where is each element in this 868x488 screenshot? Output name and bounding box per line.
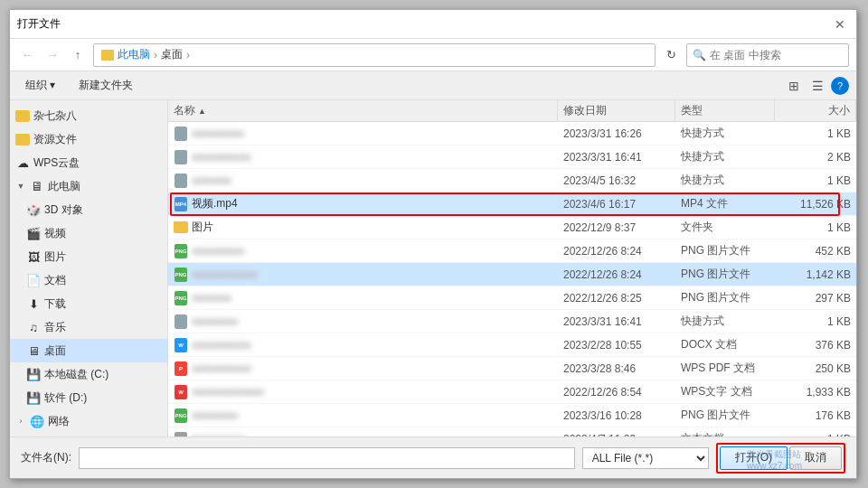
breadcrumb[interactable]: 此电脑 › 桌面 › xyxy=(93,43,656,67)
search-input[interactable] xyxy=(710,49,845,61)
file-size: 376 KB xyxy=(780,339,851,352)
file-type: PNG 图片文件 xyxy=(681,243,750,258)
file-date: 2022/12/26 8:24 xyxy=(563,268,642,281)
sidebar-item-ziyuanwenjian[interactable]: 资源文件 xyxy=(10,127,167,151)
help-icon[interactable]: ? xyxy=(831,77,849,95)
up-button[interactable]: ↑ xyxy=(68,45,88,65)
breadcrumb-sep2: › xyxy=(186,49,190,61)
table-row[interactable]: PNG ■■■■■■ 2022/12/26 8:25 PNG 图片文件 297 … xyxy=(168,286,856,310)
file-type: WPS PDF 文档 xyxy=(681,361,755,376)
table-row[interactable]: W ■■■■■■■■■■■ 2022/12/26 8:54 WPS文字 文档 1… xyxy=(168,380,856,404)
file-size: 1 KB xyxy=(780,174,851,187)
col-date-header[interactable]: 修改日期 xyxy=(558,100,675,121)
file-name-cell: MP4 视频.mp4 xyxy=(168,192,558,215)
shortcut-icon xyxy=(174,127,188,141)
table-row[interactable]: ■■■■■■■■■ 2023/3/31 16:41 快捷方式 2 KB xyxy=(168,145,856,169)
file-name: ■■■■■■ xyxy=(192,292,231,305)
table-row-image-folder[interactable]: 图片 2022/12/9 8:37 文件夹 1 KB xyxy=(168,216,856,239)
file-type-cell: PNG 图片文件 xyxy=(675,404,775,427)
view-list-icon[interactable]: ⊞ xyxy=(784,76,804,96)
open-file-dialog: 打开文件 ✕ ← → ↑ 此电脑 › 桌面 › ↻ 🔍 组织 ▾ 新建文件夹 ⊞… xyxy=(9,9,857,479)
sidebar-item-downloads[interactable]: ⬇ 下载 xyxy=(10,292,167,315)
file-size: 1,933 KB xyxy=(780,386,851,399)
file-type-cell: PNG 图片文件 xyxy=(675,239,775,262)
table-row[interactable]: PNG ■■■■■■■■ 2022/12/26 8:24 PNG 图片文件 45… xyxy=(168,239,856,263)
file-type: 文本文档 xyxy=(681,431,724,436)
file-date-cell: 2023/4/7 11:29 xyxy=(558,427,675,436)
file-type: PNG 图片文件 xyxy=(681,290,750,305)
file-date-cell: 2023/3/31 16:41 xyxy=(558,145,675,168)
file-name: 视频.mp4 xyxy=(192,196,238,211)
file-pane: 名称 ▲ 修改日期 类型 大小 ■■■■■ xyxy=(168,100,856,436)
table-row[interactable]: ■■■■■■■■ 2023/3/31 16:26 快捷方式 1 KB xyxy=(168,122,856,145)
breadcrumb-part1: 此电脑 xyxy=(118,47,150,62)
file-type-cell: 文件夹 xyxy=(675,216,775,239)
col-name-header[interactable]: 名称 ▲ xyxy=(168,100,558,121)
sidebar-label: 图片 xyxy=(44,249,66,265)
table-row[interactable]: ■■■■■■ 2023/4/5 16:32 快捷方式 1 KB xyxy=(168,169,856,192)
sidebar-item-c-drive[interactable]: 💾 本地磁盘 (C:) xyxy=(10,362,167,386)
file-date: 2022/12/9 8:37 xyxy=(563,221,636,234)
sidebar-item-images[interactable]: 🖼 图片 xyxy=(10,245,167,268)
png-icon: PNG xyxy=(174,244,188,258)
view-detail-icon[interactable]: ☰ xyxy=(807,76,827,96)
table-row[interactable]: ■■■■■■■ 2023/3/31 16:41 快捷方式 1 KB xyxy=(168,310,856,333)
sidebar-item-3d[interactable]: 🎲 3D 对象 xyxy=(10,198,167,221)
sidebar-item-this-pc[interactable]: ▼ 🖥 此电脑 xyxy=(10,174,167,198)
new-folder-button[interactable]: 新建文件夹 xyxy=(71,75,141,97)
file-name-cell: 图片 xyxy=(168,216,558,239)
filename-input[interactable] xyxy=(79,447,575,469)
filetype-select[interactable]: ALL File (*.*) xyxy=(582,447,709,469)
sidebar-item-video[interactable]: 🎬 视频 xyxy=(10,221,167,245)
file-date-cell: 2022/12/9 8:37 xyxy=(558,216,675,239)
table-row[interactable]: PNG ■■■■■■■■■■ 2022/12/26 8:24 PNG 图片文件 … xyxy=(168,263,856,286)
title-bar: 打开文件 ✕ xyxy=(10,10,856,39)
shortcut-icon xyxy=(174,174,188,188)
table-row[interactable]: W ■■■■■■■■■ 2023/2/28 10:55 DOCX 文档 376 … xyxy=(168,333,856,357)
file-size-cell: 11,526 KB xyxy=(775,192,856,215)
sidebar-item-desktop[interactable]: 🖥 桌面 xyxy=(10,339,167,362)
cancel-button[interactable]: 取消 xyxy=(789,446,842,470)
sidebar-item-music[interactable]: ♫ 音乐 xyxy=(10,315,167,339)
file-type-cell: 文本文档 xyxy=(675,427,775,436)
file-date-cell: 2023/3/31 16:26 xyxy=(558,122,675,145)
sidebar-item-wps-cloud[interactable]: ☁ WPS云盘 xyxy=(10,151,167,174)
forward-button[interactable]: → xyxy=(42,45,62,65)
open-button[interactable]: 打开(O) xyxy=(720,446,788,470)
table-row[interactable]: ■■■■■■■■ 2023/4/7 11:29 文本文档 1 KB xyxy=(168,427,856,436)
file-size-cell: 2 KB xyxy=(775,145,856,168)
file-type: PNG 图片文件 xyxy=(681,408,750,423)
sidebar-label: 网络 xyxy=(48,414,70,429)
col-type-header[interactable]: 类型 xyxy=(675,100,775,121)
dialog-title: 打开文件 xyxy=(17,16,61,32)
file-date: 2023/3/16 10:28 xyxy=(563,409,642,422)
file-date: 2023/3/31 16:26 xyxy=(563,127,642,140)
table-row[interactable]: P ■■■■■■■■■ 2023/3/28 8:46 WPS PDF 文档 25… xyxy=(168,357,856,380)
organize-button[interactable]: 组织 ▾ xyxy=(17,75,63,97)
file-size-cell: 1 KB xyxy=(775,216,856,239)
action-buttons-group: 打开(O) 取消 xyxy=(716,443,845,474)
disk-d-icon: 💾 xyxy=(26,390,41,405)
table-row[interactable]: PNG ■■■■■■■ 2023/3/16 10:28 PNG 图片文件 176… xyxy=(168,404,856,427)
bottom-bar: 文件名(N): ALL File (*.*) 打开(O) 取消 xyxy=(10,436,856,478)
file-date-cell: 2022/12/26 8:25 xyxy=(558,286,675,309)
file-name: ■■■■■■■ xyxy=(192,409,238,422)
table-row-video-mp4[interactable]: MP4 视频.mp4 2023/4/6 16:17 MP4 文件 11,526 … xyxy=(168,192,856,216)
sidebar-item-docs[interactable]: 📄 文档 xyxy=(10,268,167,292)
file-name-cell: W ■■■■■■■■■■■ xyxy=(168,380,558,403)
file-name: ■■■■■■■■■ xyxy=(192,339,250,352)
sidebar-item-zajiqizaba[interactable]: 杂七杂八 xyxy=(10,104,167,127)
file-name-cell: P ■■■■■■■■■ xyxy=(168,357,558,380)
close-button[interactable]: ✕ xyxy=(831,15,849,33)
file-date-cell: 2023/4/6 16:17 xyxy=(558,192,675,215)
search-box[interactable]: 🔍 xyxy=(686,43,849,67)
refresh-button[interactable]: ↻ xyxy=(661,45,681,65)
file-name: ■■■■■■■■ xyxy=(192,245,244,258)
file-date-cell: 2023/3/16 10:28 xyxy=(558,404,675,427)
sidebar-item-network[interactable]: › 🌐 网络 xyxy=(10,409,167,433)
3d-icon: 🎲 xyxy=(26,202,41,217)
sidebar-item-d-drive[interactable]: 💾 软件 (D:) xyxy=(10,386,167,409)
back-button[interactable]: ← xyxy=(17,45,37,65)
file-type: 快捷方式 xyxy=(681,149,724,164)
col-size-header[interactable]: 大小 xyxy=(775,100,856,121)
